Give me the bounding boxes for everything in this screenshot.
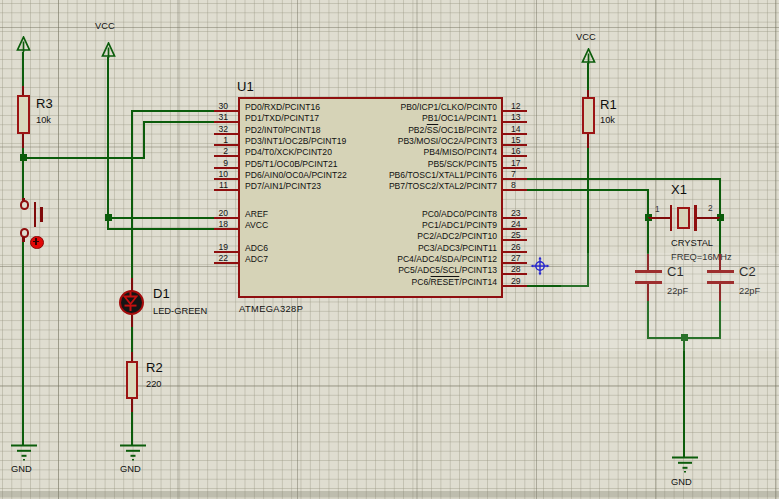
mcu-ref-label: U1	[237, 80, 254, 94]
pin-label-pb4: PB4/MISO/PCINT4	[357, 146, 497, 157]
r2-ref-label: R2	[146, 361, 163, 375]
pin-num-22: 22	[200, 253, 228, 263]
resistor-r2[interactable]	[126, 361, 138, 399]
wire-to-gnd-right[interactable]	[683, 338, 685, 457]
pin-num-18: 18	[200, 219, 228, 229]
r3-lead-bottom	[22, 134, 25, 148]
wire-r1-to-reset-h[interactable]	[527, 285, 589, 287]
c2-ref-label: C2	[739, 265, 756, 279]
wire-button-node-v[interactable]	[143, 121, 145, 158]
wire-c2-to-gnd[interactable]	[719, 301, 721, 339]
gnd-label-mid: GND	[120, 464, 141, 475]
resistor-r3[interactable]	[17, 95, 30, 134]
pin-num-2: 2	[200, 146, 228, 156]
wire-xtal2-h[interactable]	[527, 189, 649, 191]
c2-lead-top	[719, 254, 722, 271]
resistor-r1[interactable]	[582, 97, 595, 135]
crystal-lead-right	[697, 217, 721, 220]
pin-num-31: 31	[200, 112, 228, 122]
wire-button-node-h[interactable]	[22, 157, 145, 159]
pin-num-13: 13	[511, 112, 539, 122]
r3-lead-top	[22, 86, 25, 95]
pin-num-30: 30	[200, 101, 228, 111]
ground-terminal-icon[interactable]	[9, 444, 39, 462]
pin-num-1: 1	[200, 135, 228, 145]
button-toggle-dot[interactable]	[30, 236, 44, 250]
wire-button-to-gnd[interactable]	[22, 242, 24, 445]
button-actuator-bar[interactable]	[34, 202, 36, 228]
c1-value-label: 22pF	[667, 286, 688, 297]
pin-num-10: 10	[200, 169, 228, 179]
pin-label-pc2: PC2/ADC2/PCINT10	[357, 230, 497, 241]
pin-label-pb3: PB3/MOSI/OC2A/PCINT3	[357, 135, 497, 146]
power-terminal-icon[interactable]	[16, 36, 31, 53]
pin-label-pb2: PB2/SS/OC1B/PCINT2	[357, 124, 497, 135]
c1-lead-top	[647, 254, 650, 271]
pin-label-pb1: PB1/OC1A/PCINT1	[357, 112, 497, 123]
r1-lead-bottom	[587, 134, 590, 148]
c2-plate-top[interactable]	[707, 270, 734, 273]
led-d1[interactable]	[119, 290, 144, 315]
pin-label-pc1: PC1/ADC1/PCINT9	[357, 219, 497, 230]
wire-xtal-right-to-c2[interactable]	[719, 218, 721, 254]
schematic-canvas[interactable]: R3 10k GND VCC	[0, 0, 779, 499]
vcc-label-right: VCC	[576, 32, 596, 43]
wire-pd0-to-led[interactable]	[131, 110, 133, 278]
canvas-bottom-edge	[0, 491, 779, 497]
c1-ref-label: C1	[667, 265, 684, 279]
wire-xtal1-v[interactable]	[719, 178, 721, 219]
r2-value-label: 220	[146, 379, 162, 390]
button-plunger-bar[interactable]	[40, 207, 42, 223]
pin-label-pc3: PC3/ADC3/PCINT11	[357, 242, 497, 253]
pin-label-pb7: PB7/TOSC2/XTAL2/PCINT7	[357, 180, 497, 191]
pin-num-14: 14	[511, 124, 539, 134]
pin-num-32: 32	[200, 124, 228, 134]
r3-ref-label: R3	[36, 97, 53, 111]
c1-plate-top[interactable]	[635, 270, 662, 273]
x1-pin1-label: 1	[655, 205, 660, 214]
pin-num-24: 24	[511, 219, 539, 229]
pin-num-19: 19	[200, 242, 228, 252]
d1-ref-label: D1	[153, 287, 170, 301]
pin-label-pb6: PB6/TOSC1/XTAL1/PCINT6	[357, 169, 497, 180]
wire-c1-to-gnd[interactable]	[647, 301, 649, 339]
crystal-lead-left	[648, 217, 670, 220]
mcu-part-label: ATMEGA328P	[239, 304, 303, 315]
x1-value-label: CRYSTAL	[671, 238, 713, 249]
wire-vcc-right[interactable]	[587, 63, 589, 90]
c1-lead-bottom	[647, 284, 650, 301]
crystal-electrode-left[interactable]	[670, 205, 673, 231]
pin-num-12: 12	[511, 101, 539, 111]
pin-label-pb5: PB5/SCK/PCINT5	[357, 158, 497, 169]
c2-lead-bottom	[719, 284, 722, 301]
wire-left-rail-top[interactable]	[22, 52, 24, 86]
wire-r1-to-reset-v[interactable]	[587, 148, 589, 287]
r3-value-label: 10k	[36, 115, 51, 126]
r2-lead-top	[131, 352, 134, 361]
ground-terminal-icon[interactable]	[118, 444, 148, 462]
pin-num-17: 17	[511, 158, 539, 168]
x1-ref-label: X1	[671, 183, 687, 197]
origin-cursor-icon	[530, 256, 550, 276]
pin-num-26: 26	[511, 242, 539, 252]
gnd-label-right: GND	[671, 477, 692, 488]
x1-pin2-label: 2	[708, 204, 713, 213]
pin-num-15: 15	[511, 135, 539, 145]
wire-vcc-left-rail[interactable]	[107, 57, 109, 218]
pin-num-20: 20	[200, 208, 228, 218]
wire-r2-to-gnd[interactable]	[131, 412, 133, 445]
ground-terminal-icon[interactable]	[670, 456, 700, 474]
button-terminal-top[interactable]	[20, 200, 30, 210]
gnd-label-left: GND	[11, 464, 32, 475]
crystal-x1-body[interactable]	[677, 207, 691, 230]
pin-num-25: 25	[511, 230, 539, 240]
crystal-electrode-right[interactable]	[694, 205, 697, 231]
pin-num-23: 23	[511, 208, 539, 218]
wire-xtal-left-to-c1[interactable]	[647, 218, 649, 254]
wire-xtal1-h[interactable]	[527, 178, 721, 180]
pin-label-pc0: PC0/ADC0/PCINT8	[357, 208, 497, 219]
wire-led-to-r2[interactable]	[131, 327, 133, 352]
pin-num-11: 11	[200, 180, 228, 190]
d1-value-label: LED-GREEN	[153, 306, 207, 317]
r1-value-label: 10k	[600, 115, 615, 126]
